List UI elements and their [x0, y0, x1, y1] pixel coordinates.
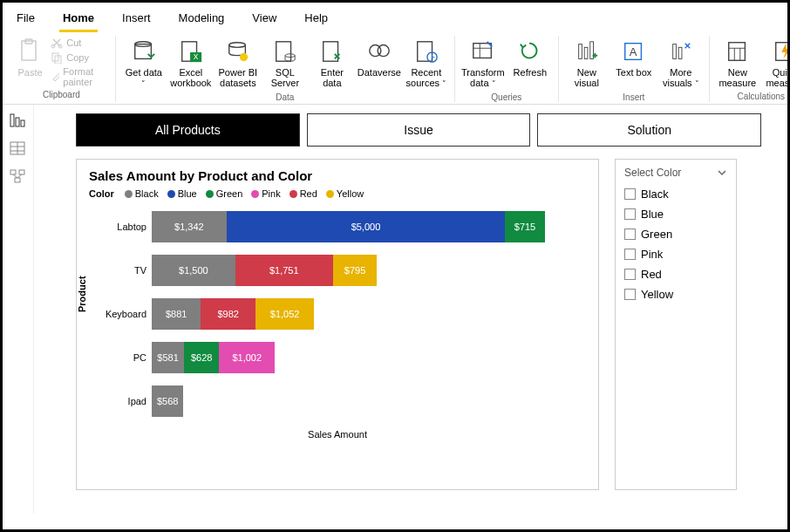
bar-segment-yellow[interactable]: $1,052 [255, 298, 314, 330]
copy-icon [51, 51, 63, 64]
x-axis-label: Sales Amount [89, 429, 586, 440]
svg-rect-46 [15, 178, 20, 182]
bar-segment-yellow[interactable]: $795 [333, 255, 378, 286]
checkbox[interactable] [624, 228, 636, 240]
recent-button[interactable]: Recent sources ˅ [404, 36, 449, 91]
model-view-button[interactable] [10, 169, 27, 185]
legend-item-yellow[interactable]: Yellow [326, 188, 364, 199]
bar-segment-red[interactable]: $982 [201, 298, 255, 330]
bar-category-label: Keyboard [94, 309, 146, 319]
bar-segment-black[interactable]: $568 [152, 385, 183, 417]
slicer-item-red[interactable]: Red [624, 264, 727, 284]
pbi-button[interactable]: Power BI datasets [215, 36, 261, 90]
chart-visual[interactable]: Sales Amount by Product and Color ColorB… [76, 159, 599, 490]
chevron-down-icon[interactable] [717, 167, 727, 178]
slicer-item-yellow[interactable]: Yellow [624, 284, 727, 304]
bar-stack: $1,342$5,000$715 [152, 211, 545, 242]
newvisual-button[interactable]: New visual [564, 36, 610, 90]
report-view-button[interactable] [10, 113, 27, 129]
copy-button[interactable]: Copy [49, 51, 110, 65]
menu-modeling[interactable]: Modeling [175, 6, 228, 32]
legend-item-black[interactable]: Black [125, 188, 159, 199]
ribbon-group-insert: New visualAText boxMore visuals ˅ Insert [559, 36, 710, 102]
menu-view[interactable]: View [249, 6, 280, 32]
get-button[interactable]: Get data ˅ [121, 36, 167, 91]
menu-home[interactable]: Home [59, 6, 98, 32]
legend-item-blue[interactable]: Blue [167, 188, 197, 199]
newmeasure-button[interactable]: New measure [715, 36, 760, 90]
textbox-button[interactable]: AText box [611, 36, 657, 79]
bar-row-keyboard: Keyboard$881$982$1,052 [152, 298, 586, 330]
legend-swatch [326, 190, 334, 198]
bar-row-ipad: Ipad$568 [152, 385, 586, 417]
slicer-item-pink[interactable]: Pink [624, 244, 727, 264]
format-painter-button[interactable]: Format painter [49, 65, 110, 88]
cut-button[interactable]: Cut [49, 36, 110, 50]
menu-bar: FileHomeInsertModelingViewHelp [3, 3, 787, 32]
more-label: More visuals ˅ [659, 67, 703, 89]
data-view-button[interactable] [10, 141, 27, 157]
tab-solution[interactable]: Solution [537, 113, 761, 147]
svg-text:X: X [194, 52, 199, 61]
slicer-label: Red [641, 268, 662, 281]
checkbox[interactable] [624, 208, 636, 220]
more-button[interactable]: More visuals ˅ [658, 36, 704, 91]
checkbox[interactable] [624, 188, 636, 200]
paste-button[interactable]: Paste [13, 36, 47, 79]
chart-legend: ColorBlackBlueGreenPinkRedYellow [89, 188, 586, 199]
refresh-icon [516, 38, 544, 65]
legend-swatch [167, 190, 175, 198]
textbox-label: Text box [616, 67, 651, 78]
svg-rect-18 [418, 42, 432, 61]
menu-file[interactable]: File [13, 6, 38, 32]
checkbox[interactable] [624, 289, 636, 300]
slicer-item-blue[interactable]: Blue [624, 204, 727, 224]
svg-rect-38 [16, 118, 19, 126]
legend-item-pink[interactable]: Pink [251, 188, 280, 199]
bar-segment-black[interactable]: $1,342 [152, 211, 227, 242]
tab-issue[interactable]: Issue [307, 113, 531, 147]
refresh-button[interactable]: Refresh [507, 36, 553, 79]
bar-category-label: TV [94, 265, 146, 276]
svg-rect-30 [673, 44, 677, 59]
svg-rect-45 [19, 170, 24, 174]
menu-insert[interactable]: Insert [119, 6, 154, 32]
legend-item-green[interactable]: Green [206, 188, 243, 199]
tab-all-products[interactable]: All Products [76, 113, 300, 147]
color-slicer[interactable]: Select Color BlackBlueGreenPinkRedYellow [615, 159, 737, 490]
bar-segment-green[interactable]: $715 [505, 211, 545, 242]
bar-segment-black[interactable]: $1,500 [152, 255, 235, 286]
transform-button[interactable]: Transform data ˅ [460, 36, 506, 91]
quick-button[interactable]: Quick measure [762, 36, 790, 90]
bar-segment-blue[interactable]: $5,000 [227, 211, 505, 242]
dataverse-button[interactable]: Dataverse [357, 36, 402, 79]
bar-segment-black[interactable]: $581 [152, 342, 184, 373]
bar-segment-green[interactable]: $628 [184, 342, 219, 373]
slicer-label: Yellow [641, 288, 673, 301]
bar-segment-black[interactable]: $881 [152, 298, 201, 330]
slicer-item-green[interactable]: Green [624, 224, 727, 244]
brush-icon [51, 71, 59, 83]
newmeasure-label: New measure [716, 67, 759, 88]
legend-swatch [251, 190, 259, 198]
legend-title: Color [89, 188, 114, 199]
group-label-clipboard: Clipboard [43, 90, 80, 99]
excel-button[interactable]: XExcel workbook [168, 36, 214, 90]
sql-button[interactable]: SQL Server [262, 36, 308, 90]
excel-label: Excel workbook [169, 67, 213, 88]
slicer-item-black[interactable]: Black [624, 184, 727, 204]
legend-item-red[interactable]: Red [289, 188, 317, 199]
legend-swatch [206, 190, 214, 198]
checkbox[interactable] [624, 249, 636, 260]
recent-icon [412, 38, 440, 65]
enter-button[interactable]: Enter data [310, 36, 355, 90]
checkbox[interactable] [624, 269, 636, 280]
bar-segment-red[interactable]: $1,751 [235, 255, 333, 286]
svg-rect-39 [21, 120, 24, 126]
textbox-icon: A [620, 38, 648, 65]
bar-segment-pink[interactable]: $1,002 [219, 342, 275, 373]
ribbon-group-queries: Transform data ˅Refresh Queries [455, 36, 559, 102]
svg-rect-20 [473, 44, 492, 58]
svg-rect-13 [276, 42, 291, 61]
menu-help[interactable]: Help [301, 6, 331, 32]
